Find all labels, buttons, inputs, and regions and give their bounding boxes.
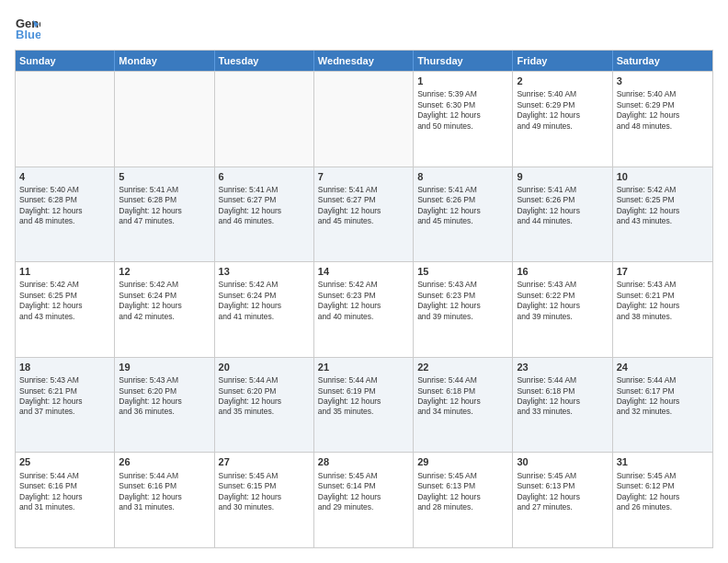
day-number: 9	[517, 170, 608, 183]
day-number: 12	[119, 265, 210, 278]
day-content: Sunrise: 5:45 AMSunset: 6:13 PMDaylight:…	[417, 471, 508, 513]
day-content: Sunrise: 5:43 AMSunset: 6:22 PMDaylight:…	[517, 280, 608, 322]
day-number: 24	[617, 361, 709, 373]
cal-day-18: 18Sunrise: 5:43 AMSunset: 6:21 PMDayligh…	[16, 358, 115, 453]
day-content: Sunrise: 5:45 AMSunset: 6:13 PMDaylight:…	[517, 471, 608, 513]
cal-day-26: 26Sunrise: 5:44 AMSunset: 6:16 PMDayligh…	[115, 453, 214, 547]
logo-icon: General Blue	[15, 15, 40, 40]
day-number: 18	[19, 361, 110, 373]
cal-day-17: 17Sunrise: 5:43 AMSunset: 6:21 PMDayligh…	[613, 262, 712, 357]
header-day-monday: Monday	[115, 51, 214, 71]
cal-day-23: 23Sunrise: 5:44 AMSunset: 6:18 PMDayligh…	[513, 358, 612, 453]
cal-day-11: 11Sunrise: 5:42 AMSunset: 6:25 PMDayligh…	[16, 262, 115, 357]
day-number: 28	[318, 455, 409, 468]
cal-day-27: 27Sunrise: 5:45 AMSunset: 6:15 PMDayligh…	[215, 453, 314, 547]
day-content: Sunrise: 5:41 AMSunset: 6:28 PMDaylight:…	[119, 185, 210, 227]
day-number: 25	[19, 455, 110, 468]
day-content: Sunrise: 5:39 AMSunset: 6:30 PMDaylight:…	[417, 89, 508, 132]
day-content: Sunrise: 5:42 AMSunset: 6:24 PMDaylight:…	[219, 280, 310, 322]
cal-day-19: 19Sunrise: 5:43 AMSunset: 6:20 PMDayligh…	[115, 358, 214, 453]
svg-text:Blue: Blue	[16, 28, 40, 40]
header-day-thursday: Thursday	[414, 51, 513, 71]
day-number: 20	[219, 361, 310, 373]
day-number: 2	[517, 75, 608, 87]
cal-week-4: 25Sunrise: 5:44 AMSunset: 6:16 PMDayligh…	[16, 452, 712, 547]
day-content: Sunrise: 5:40 AMSunset: 6:29 PMDaylight:…	[617, 89, 709, 132]
day-content: Sunrise: 5:43 AMSunset: 6:21 PMDaylight:…	[617, 280, 709, 322]
cal-day-16: 16Sunrise: 5:43 AMSunset: 6:22 PMDayligh…	[513, 262, 612, 357]
day-number: 8	[417, 170, 508, 183]
cal-empty-0-1	[115, 72, 214, 167]
day-number: 30	[517, 455, 608, 468]
calendar-body: 1Sunrise: 5:39 AMSunset: 6:30 PMDaylight…	[16, 71, 712, 547]
page: General Blue SundayMondayTuesdayWednesda…	[0, 0, 728, 563]
day-number: 14	[318, 265, 409, 278]
day-content: Sunrise: 5:40 AMSunset: 6:28 PMDaylight:…	[19, 185, 110, 227]
day-content: Sunrise: 5:42 AMSunset: 6:24 PMDaylight:…	[119, 280, 210, 322]
day-content: Sunrise: 5:43 AMSunset: 6:23 PMDaylight:…	[417, 280, 508, 322]
day-number: 27	[219, 455, 310, 468]
cal-day-29: 29Sunrise: 5:45 AMSunset: 6:13 PMDayligh…	[414, 453, 513, 547]
logo: General Blue	[15, 15, 44, 40]
day-number: 29	[417, 455, 508, 468]
day-number: 19	[119, 361, 210, 373]
day-number: 3	[617, 75, 709, 87]
day-content: Sunrise: 5:42 AMSunset: 6:25 PMDaylight:…	[19, 280, 110, 322]
day-number: 15	[417, 265, 508, 278]
cal-day-2: 2Sunrise: 5:40 AMSunset: 6:29 PMDaylight…	[513, 72, 612, 167]
cal-day-4: 4Sunrise: 5:40 AMSunset: 6:28 PMDaylight…	[16, 167, 115, 262]
day-number: 23	[517, 361, 608, 373]
header-day-wednesday: Wednesday	[314, 51, 414, 71]
cal-day-20: 20Sunrise: 5:44 AMSunset: 6:20 PMDayligh…	[215, 358, 314, 453]
cal-day-13: 13Sunrise: 5:42 AMSunset: 6:24 PMDayligh…	[215, 262, 314, 357]
cal-day-24: 24Sunrise: 5:44 AMSunset: 6:17 PMDayligh…	[613, 358, 712, 453]
calendar: SundayMondayTuesdayWednesdayThursdayFrid…	[15, 50, 713, 548]
day-content: Sunrise: 5:40 AMSunset: 6:29 PMDaylight:…	[517, 89, 608, 132]
cal-empty-0-3	[314, 72, 414, 167]
cal-day-21: 21Sunrise: 5:44 AMSunset: 6:19 PMDayligh…	[314, 358, 414, 453]
day-content: Sunrise: 5:44 AMSunset: 6:20 PMDaylight:…	[219, 375, 310, 418]
day-number: 31	[617, 455, 709, 468]
cal-week-1: 4Sunrise: 5:40 AMSunset: 6:28 PMDaylight…	[16, 167, 712, 262]
day-content: Sunrise: 5:45 AMSunset: 6:14 PMDaylight:…	[318, 471, 409, 513]
calendar-header: SundayMondayTuesdayWednesdayThursdayFrid…	[16, 51, 712, 71]
day-content: Sunrise: 5:44 AMSunset: 6:16 PMDaylight:…	[19, 471, 110, 513]
cal-week-2: 11Sunrise: 5:42 AMSunset: 6:25 PMDayligh…	[16, 261, 712, 357]
cal-day-6: 6Sunrise: 5:41 AMSunset: 6:27 PMDaylight…	[215, 167, 314, 262]
cal-day-15: 15Sunrise: 5:43 AMSunset: 6:23 PMDayligh…	[414, 262, 513, 357]
day-number: 1	[417, 75, 508, 87]
day-number: 16	[517, 265, 608, 278]
day-content: Sunrise: 5:41 AMSunset: 6:27 PMDaylight:…	[318, 185, 409, 227]
header-day-tuesday: Tuesday	[215, 51, 314, 71]
day-number: 4	[19, 170, 110, 183]
cal-week-0: 1Sunrise: 5:39 AMSunset: 6:30 PMDaylight…	[16, 71, 712, 167]
cal-day-30: 30Sunrise: 5:45 AMSunset: 6:13 PMDayligh…	[513, 453, 612, 547]
header: General Blue	[15, 15, 713, 40]
cal-day-25: 25Sunrise: 5:44 AMSunset: 6:16 PMDayligh…	[16, 453, 115, 547]
day-number: 10	[617, 170, 709, 183]
day-number: 7	[318, 170, 409, 183]
header-day-friday: Friday	[513, 51, 612, 71]
day-number: 5	[119, 170, 210, 183]
day-content: Sunrise: 5:44 AMSunset: 6:19 PMDaylight:…	[318, 375, 409, 418]
cal-day-22: 22Sunrise: 5:44 AMSunset: 6:18 PMDayligh…	[414, 358, 513, 453]
day-content: Sunrise: 5:41 AMSunset: 6:26 PMDaylight:…	[417, 185, 508, 227]
day-content: Sunrise: 5:42 AMSunset: 6:23 PMDaylight:…	[318, 280, 409, 322]
day-content: Sunrise: 5:44 AMSunset: 6:18 PMDaylight:…	[417, 375, 508, 418]
day-number: 13	[219, 265, 310, 278]
cal-day-14: 14Sunrise: 5:42 AMSunset: 6:23 PMDayligh…	[314, 262, 414, 357]
day-content: Sunrise: 5:44 AMSunset: 6:16 PMDaylight:…	[119, 471, 210, 513]
cal-day-10: 10Sunrise: 5:42 AMSunset: 6:25 PMDayligh…	[613, 167, 712, 262]
cal-day-28: 28Sunrise: 5:45 AMSunset: 6:14 PMDayligh…	[314, 453, 414, 547]
day-content: Sunrise: 5:42 AMSunset: 6:25 PMDaylight:…	[617, 185, 709, 227]
day-content: Sunrise: 5:41 AMSunset: 6:27 PMDaylight:…	[219, 185, 310, 227]
header-day-saturday: Saturday	[613, 51, 712, 71]
header-day-sunday: Sunday	[16, 51, 115, 71]
cal-day-5: 5Sunrise: 5:41 AMSunset: 6:28 PMDaylight…	[115, 167, 214, 262]
cal-day-1: 1Sunrise: 5:39 AMSunset: 6:30 PMDaylight…	[414, 72, 513, 167]
cal-day-9: 9Sunrise: 5:41 AMSunset: 6:26 PMDaylight…	[513, 167, 612, 262]
day-content: Sunrise: 5:44 AMSunset: 6:17 PMDaylight:…	[617, 375, 709, 418]
cal-week-3: 18Sunrise: 5:43 AMSunset: 6:21 PMDayligh…	[16, 357, 712, 453]
day-content: Sunrise: 5:43 AMSunset: 6:21 PMDaylight:…	[19, 375, 110, 418]
cal-day-31: 31Sunrise: 5:45 AMSunset: 6:12 PMDayligh…	[613, 453, 712, 547]
